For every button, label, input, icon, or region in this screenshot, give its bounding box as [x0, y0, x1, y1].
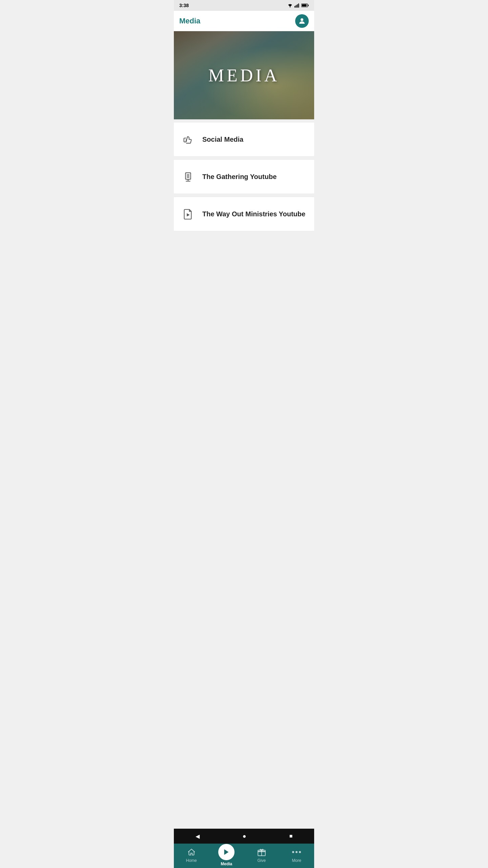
profile-button[interactable]	[295, 14, 309, 28]
gathering-youtube-label: The Gathering Youtube	[202, 173, 277, 181]
svg-rect-2	[296, 5, 297, 7]
page-title: Media	[179, 17, 200, 25]
way-out-youtube-label: The Way Out Ministries Youtube	[202, 210, 305, 218]
svg-rect-4	[298, 3, 299, 7]
status-icons	[287, 3, 309, 8]
menu-item-way-out-youtube[interactable]: The Way Out Ministries Youtube	[174, 197, 314, 231]
profile-icon	[298, 17, 306, 25]
menu-section: Social Media The Gathering Youtube	[174, 119, 314, 235]
social-media-label: Social Media	[202, 136, 243, 143]
status-time: 3:38	[179, 3, 189, 8]
svg-marker-17	[187, 213, 190, 217]
svg-rect-5	[299, 4, 300, 8]
svg-point-9	[301, 18, 303, 21]
hero-title: MEDIA	[208, 65, 280, 85]
hero-banner: MEDIA	[174, 31, 314, 119]
battery-icon	[301, 3, 309, 7]
thumbs-up-icon	[181, 132, 196, 147]
svg-rect-3	[297, 4, 298, 8]
wifi-icon	[287, 3, 293, 8]
svg-rect-1	[294, 6, 295, 8]
signal-icon	[294, 3, 300, 8]
podium-icon	[181, 169, 196, 184]
svg-rect-7	[308, 5, 308, 6]
status-bar: 3:38	[174, 0, 314, 11]
menu-item-social-media[interactable]: Social Media	[174, 122, 314, 157]
svg-rect-8	[302, 4, 307, 6]
menu-item-gathering-youtube[interactable]: The Gathering Youtube	[174, 159, 314, 194]
video-file-icon	[181, 206, 196, 221]
svg-point-0	[290, 7, 290, 7]
app-header: Media	[174, 11, 314, 31]
content-wrapper: MEDIA Social Media	[174, 31, 314, 275]
